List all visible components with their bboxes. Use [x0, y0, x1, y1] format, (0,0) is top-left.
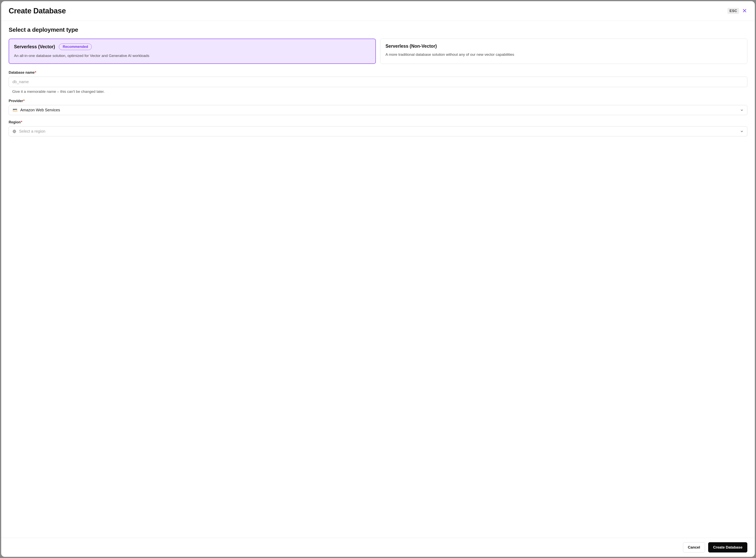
label-text: Provider	[9, 99, 23, 103]
deployment-option-serverless-non-vector[interactable]: Serverless (Non-Vector) A more tradition…	[380, 39, 747, 64]
provider-label: Provider*	[9, 99, 747, 103]
close-icon	[742, 8, 747, 14]
card-description: An all-in-one database solution, optimiz…	[14, 53, 371, 58]
modal-title: Create Database	[9, 7, 66, 15]
database-name-group: Database name* Give it a memorable name …	[9, 71, 747, 94]
provider-select[interactable]: aws Amazon Web Services	[9, 105, 747, 115]
chevron-down-icon	[740, 108, 744, 112]
globe-icon	[12, 129, 16, 133]
create-database-button[interactable]: Create Database	[708, 542, 747, 553]
card-title-row: Serverless (Vector) Recommended	[14, 44, 371, 50]
card-title: Serverless (Non-Vector)	[385, 44, 437, 49]
modal-body: Select a deployment type Serverless (Vec…	[1, 21, 755, 538]
provider-group: Provider* aws Amazon Web Services	[9, 99, 747, 115]
required-indicator: *	[23, 99, 25, 103]
label-text: Region	[9, 120, 21, 124]
region-placeholder: Select a region	[19, 129, 737, 134]
modal-header: Create Database ESC	[1, 1, 755, 21]
region-label: Region*	[9, 120, 747, 124]
modal-footer: Cancel Create Database	[1, 538, 755, 557]
required-indicator: *	[21, 120, 22, 124]
card-title: Serverless (Vector)	[14, 44, 55, 49]
create-database-modal: Create Database ESC Select a deployment …	[1, 1, 755, 557]
label-text: Database name	[9, 71, 35, 74]
database-name-label: Database name*	[9, 71, 747, 75]
cancel-button[interactable]: Cancel	[683, 542, 705, 553]
recommended-badge: Recommended	[59, 44, 92, 50]
deployment-section-title: Select a deployment type	[9, 26, 747, 33]
deployment-options: Serverless (Vector) Recommended An all-i…	[9, 39, 747, 64]
database-name-input[interactable]	[9, 77, 747, 87]
header-actions: ESC	[727, 8, 747, 14]
region-select[interactable]: Select a region	[9, 126, 747, 136]
database-name-help: Give it a memorable name – this can't be…	[9, 90, 747, 94]
close-button[interactable]	[742, 8, 747, 14]
region-group: Region* Select a region	[9, 120, 747, 136]
card-description: A more traditional database solution wit…	[385, 52, 742, 57]
provider-value: Amazon Web Services	[20, 108, 737, 112]
aws-icon: aws	[12, 108, 18, 112]
chevron-down-icon	[740, 130, 744, 133]
esc-badge[interactable]: ESC	[727, 8, 739, 14]
deployment-option-serverless-vector[interactable]: Serverless (Vector) Recommended An all-i…	[9, 39, 376, 64]
required-indicator: *	[35, 71, 36, 74]
card-title-row: Serverless (Non-Vector)	[385, 44, 742, 49]
